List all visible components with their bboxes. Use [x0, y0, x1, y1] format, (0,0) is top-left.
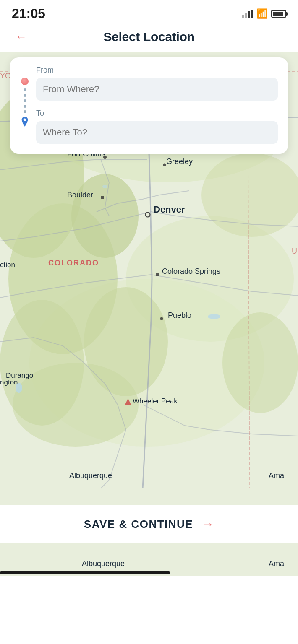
continue-arrow-icon: → [201, 517, 214, 531]
route-dot-1 [24, 88, 26, 91]
svg-text:ction: ction [0, 261, 15, 269]
svg-text:Colorado Springs: Colorado Springs [162, 267, 220, 275]
route-icons [20, 66, 29, 144]
svg-point-11 [222, 312, 298, 413]
from-dot-icon [21, 78, 29, 85]
status-icons: 📶 [242, 8, 286, 19]
from-input[interactable] [36, 78, 278, 101]
svg-point-23 [156, 273, 159, 276]
svg-text:Pueblo: Pueblo [168, 311, 191, 319]
location-card: From To [10, 57, 288, 154]
svg-point-21 [101, 196, 104, 199]
bottom-bar: SAVE & CONTINUE → [0, 505, 298, 543]
save-continue-button[interactable]: SAVE & CONTINUE [84, 518, 193, 531]
from-label: From [36, 66, 278, 75]
home-indicator-bar [0, 571, 170, 574]
svg-text:COLORADO: COLORADO [48, 259, 99, 267]
svg-point-24 [160, 317, 163, 320]
back-arrow-icon: ← [15, 30, 27, 43]
map-area: Laramie Cheyenne Fort Collins Greeley Bo… [0, 52, 298, 505]
svg-point-14 [102, 185, 107, 188]
svg-text:Boulder: Boulder [67, 191, 93, 199]
status-bar: 21:05 📶 [0, 0, 298, 26]
svg-text:Albuquerque: Albuquerque [82, 559, 125, 568]
route-dots [24, 88, 26, 113]
svg-point-12 [208, 314, 220, 319]
status-time: 21:05 [12, 6, 45, 21]
svg-text:U: U [292, 247, 297, 255]
header: ← Select Location [0, 26, 298, 52]
signal-icon [242, 10, 253, 18]
svg-text:ngton: ngton [0, 378, 18, 386]
route-dot-5 [24, 110, 26, 113]
to-label: To [36, 109, 278, 118]
wifi-icon: 📶 [256, 8, 268, 19]
battery-icon [271, 10, 286, 18]
route-dot-4 [24, 105, 26, 108]
back-button[interactable]: ← [12, 28, 30, 46]
svg-text:Albuquerque: Albuquerque [69, 471, 112, 480]
svg-text:Greeley: Greeley [166, 157, 193, 166]
to-pin-icon [20, 117, 29, 128]
route-dot-2 [24, 94, 26, 97]
svg-point-43 [24, 118, 26, 121]
fields-section: From To [36, 66, 278, 144]
svg-text:Ama: Ama [269, 471, 285, 480]
svg-text:Ama: Ama [269, 559, 285, 568]
svg-text:Denver: Denver [154, 204, 185, 215]
to-input[interactable] [36, 121, 278, 144]
svg-text:Wheeler Peak: Wheeler Peak [133, 397, 178, 405]
page-title: Select Location [103, 30, 194, 44]
route-dot-3 [24, 99, 26, 102]
svg-point-20 [163, 164, 166, 166]
